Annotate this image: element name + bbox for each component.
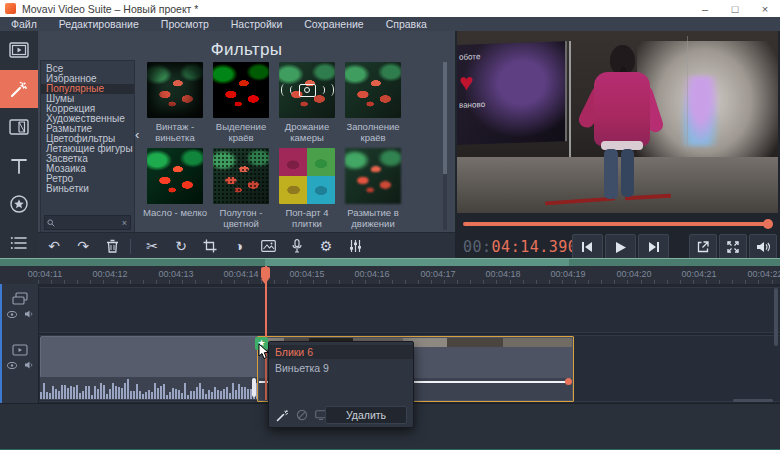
- video-preview[interactable]: оботе ♥ ваново: [457, 31, 778, 213]
- track-mute-speaker-icon[interactable]: [25, 361, 33, 369]
- heart-graphic: ♥: [459, 70, 473, 94]
- playhead-line[interactable]: [265, 266, 267, 400]
- timeline-horizontal-scrollbar[interactable]: [733, 399, 773, 402]
- gear-icon[interactable]: ⚙: [313, 235, 339, 257]
- filter-item[interactable]: Выделение краёв: [208, 62, 274, 144]
- scissors-icon[interactable]: ✂: [139, 235, 165, 257]
- filter-label: Выделение краёв: [208, 121, 274, 143]
- menu-help[interactable]: Справка: [375, 17, 438, 31]
- sidebar-item-titles[interactable]: [0, 147, 38, 186]
- delete-effect-button[interactable]: Удалить: [325, 406, 407, 424]
- filter-thumbnail-edge-detect[interactable]: [213, 62, 269, 118]
- undo-icon[interactable]: ↶: [41, 235, 67, 257]
- frame-pole: [687, 36, 688, 151]
- search-icon: [47, 219, 55, 227]
- popup-wand-icon[interactable]: [276, 409, 289, 422]
- menu-view[interactable]: Просмотр: [150, 17, 220, 31]
- next-frame-button[interactable]: [638, 234, 669, 260]
- menu-file[interactable]: Файл: [0, 17, 48, 31]
- volume-icon[interactable]: [749, 234, 777, 260]
- filter-thumbnail-motion-blur[interactable]: [345, 148, 401, 204]
- collapse-categories-button[interactable]: ‹: [135, 129, 139, 141]
- overlay-track-lane[interactable]: [39, 287, 780, 333]
- filter-item[interactable]: Поп-арт 4 плитки: [274, 148, 340, 230]
- sidebar-item-filters[interactable]: [0, 70, 38, 109]
- menu-settings[interactable]: Настройки: [220, 17, 294, 31]
- filter-item[interactable]: Размытие в движении: [340, 148, 406, 230]
- track-mute-speaker-icon[interactable]: [25, 310, 33, 318]
- filter-search-box[interactable]: ×: [44, 215, 131, 230]
- contrast-icon[interactable]: ◑: [226, 235, 252, 257]
- fullscreen-icon[interactable]: [719, 234, 747, 260]
- crop-icon[interactable]: [197, 235, 223, 257]
- filter-label: Винтаж - виньетка: [142, 121, 208, 143]
- filter-item[interactable]: Масло - мелко: [142, 148, 208, 230]
- clear-search-icon[interactable]: ×: [122, 218, 127, 228]
- sidebar-item-stickers[interactable]: [0, 185, 38, 224]
- menu-save[interactable]: Сохранение: [293, 17, 374, 31]
- effect-item-bliki[interactable]: Блики 6: [269, 345, 413, 359]
- playhead-marker[interactable]: [261, 267, 270, 279]
- popup-disable-icon[interactable]: [296, 409, 308, 421]
- filter-thumbnail-camera-shake[interactable]: [279, 62, 335, 118]
- ruler-label: 00:04:11: [28, 269, 62, 279]
- tools-list-icon: [10, 235, 28, 251]
- trash-icon[interactable]: [99, 235, 125, 257]
- video-clip[interactable]: [40, 336, 259, 378]
- filter-label: Дрожание камеры: [274, 121, 340, 143]
- filter-thumbnail-vintage-vignette[interactable]: [147, 62, 203, 118]
- redo-icon[interactable]: ↷: [70, 235, 96, 257]
- track-visibility-eye-icon[interactable]: [7, 311, 17, 318]
- category-item-vignettes[interactable]: Виньетки: [41, 184, 134, 194]
- previous-frame-button[interactable]: [572, 234, 603, 260]
- filters-panel: Фильтры Все Избранное Популярные Шумы Ко…: [38, 31, 455, 232]
- play-button[interactable]: [605, 234, 636, 260]
- transitions-icon: [9, 118, 29, 136]
- filter-thumbnail-halftone-color[interactable]: [213, 148, 269, 204]
- clip-trim-handle[interactable]: [252, 378, 256, 397]
- frame-pole: [569, 41, 571, 166]
- detach-window-button[interactable]: [689, 234, 717, 260]
- menu-edit[interactable]: Редактирование: [48, 17, 150, 31]
- filter-categories-panel: Все Избранное Популярные Шумы Коррекция …: [40, 60, 135, 232]
- filter-thumbnail-oil-fine[interactable]: [147, 148, 203, 204]
- filter-label: Масло - мелко: [143, 207, 207, 218]
- rotate-icon[interactable]: ↻: [168, 235, 194, 257]
- effect-item-vignette[interactable]: Виньетка 9: [269, 361, 413, 375]
- camera-shake-icon: [279, 62, 335, 118]
- sidebar-item-media[interactable]: [0, 31, 38, 70]
- ruler-label: 00:04:12: [92, 269, 127, 279]
- sidebar-item-tools[interactable]: [0, 224, 38, 263]
- seek-bar[interactable]: [463, 222, 769, 226]
- track-visibility-eye-icon[interactable]: [7, 362, 17, 369]
- volume-envelope-point[interactable]: [565, 378, 572, 385]
- filter-item[interactable]: Дрожание камеры: [274, 62, 340, 144]
- filter-item[interactable]: Полутон - цветной: [208, 148, 274, 230]
- filter-search-input[interactable]: [55, 218, 122, 228]
- maximize-button[interactable]: □: [720, 0, 750, 17]
- sliders-icon[interactable]: [342, 235, 368, 257]
- filters-scrollbar[interactable]: [443, 62, 447, 230]
- sidebar-item-transitions[interactable]: [0, 108, 38, 147]
- filter-label: Размытие в движении: [340, 207, 406, 229]
- edit-toolbar: ↶ ↷ ✂ ↻ ◑ ⚙: [38, 232, 455, 259]
- close-button[interactable]: ×: [750, 0, 780, 17]
- image-icon[interactable]: [255, 235, 281, 257]
- filter-label: Заполнение краёв: [340, 121, 406, 143]
- microphone-icon[interactable]: [284, 235, 310, 257]
- filters-panel-title: Фильтры: [38, 40, 455, 60]
- filter-item[interactable]: Винтаж - виньетка: [142, 62, 208, 144]
- filter-thumbnail-popart-4-tiles[interactable]: [279, 148, 335, 204]
- ruler-label: 00:04:14: [223, 269, 258, 279]
- timeline-vertical-scrollbar[interactable]: [774, 288, 778, 346]
- filter-item[interactable]: Заполнение краёв: [340, 62, 406, 144]
- timeline-ruler[interactable]: 00:04:11 00:04:12 00:04:13 00:04:14 00:0…: [0, 266, 780, 285]
- sidebar: [0, 31, 38, 262]
- minimize-button[interactable]: –: [690, 0, 720, 17]
- preview-pane: оботе ♥ ваново 00:04:14.390: [455, 31, 780, 262]
- filter-thumbnail-edge-fill[interactable]: [345, 62, 401, 118]
- titles-icon: [10, 157, 28, 175]
- app-logo-icon: [5, 3, 16, 14]
- seek-handle[interactable]: [763, 219, 773, 229]
- projection-screen: оботе ♥ ваново: [457, 41, 567, 145]
